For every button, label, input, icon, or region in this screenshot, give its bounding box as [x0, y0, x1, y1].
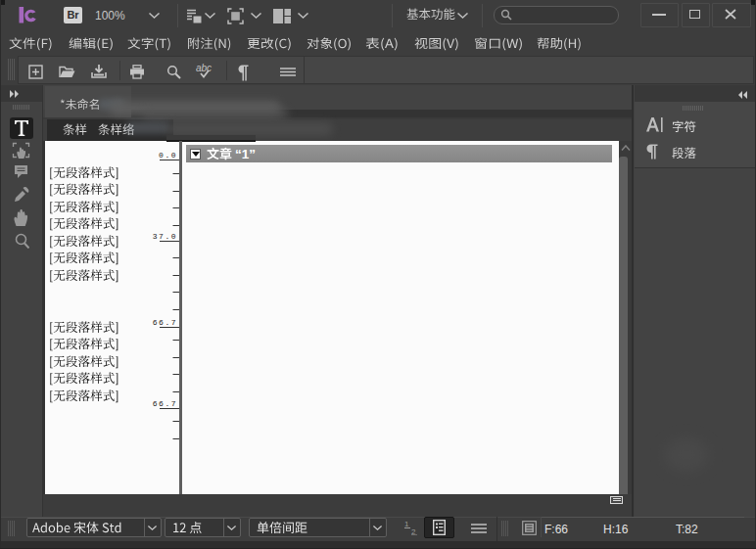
svg-text:66.7: 66.7 [153, 399, 177, 408]
svg-text:66.7: 66.7 [153, 318, 177, 327]
svg-text:0.0: 0.0 [159, 151, 177, 160]
svg-text:37.0: 37.0 [153, 232, 177, 241]
svg-text:2: 2 [411, 527, 416, 535]
svg-text:abc: abc [196, 63, 212, 73]
svg-text:1: 1 [404, 520, 409, 528]
